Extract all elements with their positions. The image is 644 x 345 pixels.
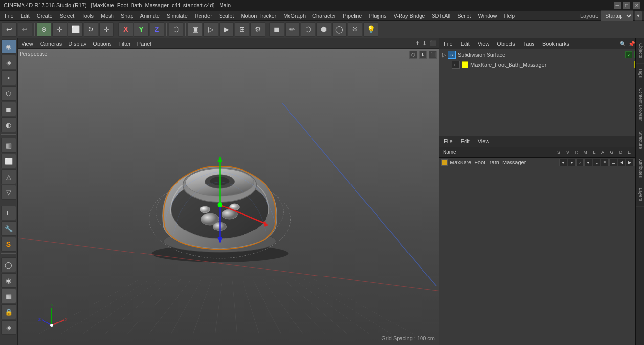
menu-mesh[interactable]: Mesh	[98, 12, 117, 20]
menu-create[interactable]: Create	[34, 12, 56, 20]
viewport-canvas[interactable]: Perspective	[18, 49, 439, 345]
render-view-button[interactable]: ▷	[203, 22, 218, 37]
vp-menu-cameras[interactable]: Cameras	[38, 40, 64, 47]
vp-icon-btn-3[interactable]: ⬛	[429, 51, 437, 59]
menu-simulate[interactable]: Simulate	[164, 12, 191, 20]
fx-button[interactable]: ❊	[348, 22, 362, 37]
obj-menu-edit[interactable]: Edit	[458, 40, 473, 47]
vp-menu-panel[interactable]: Panel	[135, 40, 153, 47]
obj-search-icon[interactable]: 🔍	[620, 41, 626, 47]
menu-character[interactable]: Character	[310, 12, 339, 20]
paintbucket-button[interactable]: 🔧	[1, 221, 16, 236]
menu-3dtoall[interactable]: 3DToAll	[429, 12, 453, 20]
maximize-button[interactable]: □	[623, 2, 630, 9]
tab-tags[interactable]: Tags	[636, 64, 644, 83]
rotate-tool-button[interactable]: ↻	[84, 22, 98, 37]
point-mode-button[interactable]: ▪	[1, 70, 16, 85]
scale-tool-button[interactable]: ⬜	[68, 22, 83, 37]
obj-pin-icon[interactable]: 📌	[628, 41, 635, 47]
brush-button[interactable]: ◯	[1, 257, 16, 272]
move-tool-button[interactable]: ✛	[52, 22, 67, 37]
light-button[interactable]: 💡	[363, 22, 378, 37]
object-axis-button[interactable]: ⬡	[169, 22, 183, 37]
lock-button[interactable]: 🔒	[1, 304, 16, 319]
vp-icon-btn-1[interactable]: ⬡	[409, 51, 417, 59]
tab-objects[interactable]: Objects	[636, 38, 644, 64]
render-settings-button[interactable]: ⚙	[250, 22, 265, 37]
spline-pen[interactable]: ✏	[285, 22, 300, 37]
minimize-button[interactable]: ─	[614, 2, 621, 9]
menu-pipeline[interactable]: Pipeline	[340, 12, 365, 20]
menu-window[interactable]: Window	[475, 12, 500, 20]
vp-menu-options[interactable]: Options	[91, 40, 113, 47]
obj-menu-view[interactable]: View	[475, 40, 492, 47]
menu-vray[interactable]: V-Ray Bridge	[391, 12, 428, 20]
tab-structure[interactable]: Structure	[636, 126, 644, 155]
render-region-button[interactable]: ▣	[188, 22, 202, 37]
render-button[interactable]: ▶	[219, 22, 234, 37]
uvw-button[interactable]: ◐	[1, 117, 16, 132]
model-mode-button[interactable]: ◉	[1, 39, 16, 54]
vp-menu-filter[interactable]: Filter	[116, 40, 132, 47]
obj-flag-v[interactable]: ●	[568, 159, 576, 166]
obj-menu-tags[interactable]: Tags	[520, 40, 537, 47]
scene-objects[interactable]: ◯	[332, 22, 347, 37]
menu-snap[interactable]: Snap	[118, 12, 136, 20]
extra-button[interactable]: ◈	[1, 320, 16, 335]
menu-render[interactable]: Render	[192, 12, 215, 20]
render-to-po-button[interactable]: ⊞	[235, 22, 249, 37]
axis-y-button[interactable]: Y	[134, 22, 149, 37]
workplane-button[interactable]: ⬜	[1, 154, 16, 168]
obj-flag-m[interactable]: ●	[584, 159, 592, 166]
obj-flag-l[interactable]: ‥	[593, 159, 600, 166]
solo-button[interactable]: △	[1, 169, 16, 184]
obj-flag-d[interactable]: ◀	[618, 159, 625, 166]
edge-mode-button[interactable]: ⬡	[1, 86, 16, 101]
undo-button[interactable]: ↩	[2, 22, 17, 37]
obj-menu-bookmarks[interactable]: Bookmarks	[539, 40, 572, 47]
tab-attributes[interactable]: Attributes	[636, 154, 644, 183]
axis-z-button[interactable]: Z	[150, 22, 164, 37]
obj-bottom-menu-edit[interactable]: Edit	[458, 138, 473, 145]
transform-tool-button[interactable]: ✛	[99, 22, 114, 37]
obj-menu-file[interactable]: File	[441, 40, 456, 47]
obj-bottom-menu-file[interactable]: File	[441, 138, 456, 145]
obj-flag-r[interactable]: ○	[576, 159, 584, 166]
primitive-cube[interactable]: ◼	[269, 22, 284, 37]
vp-icon-move[interactable]: ⬆	[415, 40, 420, 46]
lasso-button[interactable]: L	[1, 206, 16, 220]
tree-check-green1[interactable]: ✓	[625, 51, 632, 58]
menu-sculpt[interactable]: Sculpt	[216, 12, 237, 20]
nurbs-button[interactable]: ⬡	[301, 22, 315, 37]
menu-tools[interactable]: Tools	[78, 12, 97, 20]
stamp-button[interactable]: ◉	[1, 273, 16, 288]
select-tool-button[interactable]: ⊕	[37, 22, 51, 37]
layout-dropdown-btn[interactable]: ▼	[634, 11, 642, 21]
obj-menu-objects[interactable]: Objects	[494, 40, 518, 47]
obj-list-row-maxkare[interactable]: MaxKare_Foot_Bath_Massager ● ● ○ ● ‥ ≡ ☰…	[439, 158, 644, 167]
vp-icon-btn-2[interactable]: ⬇	[419, 51, 427, 59]
vp-icon-down[interactable]: ⬇	[422, 40, 427, 46]
obj-flag-e[interactable]: ▶	[626, 159, 634, 166]
tree-item-maxkare[interactable]: □ MaxKare_Foot_Bath_Massager	[440, 60, 643, 69]
vp-menu-display[interactable]: Display	[67, 40, 88, 47]
floor-button[interactable]: ▽	[1, 185, 16, 200]
tree-item-subdivision[interactable]: ▷ S Subdivision Surface ✓ ✓	[440, 50, 643, 60]
layout-select[interactable]: Startup	[601, 10, 633, 21]
obj-flag-g[interactable]: ☰	[609, 159, 617, 166]
tab-layers[interactable]: Layers	[636, 183, 644, 207]
s-button[interactable]: S	[1, 237, 16, 252]
obj-bottom-menu-view[interactable]: View	[475, 138, 492, 145]
menu-animate[interactable]: Animate	[137, 12, 163, 20]
vp-menu-view[interactable]: View	[20, 40, 35, 47]
menu-motion-tracker[interactable]: Motion Tracker	[238, 12, 279, 20]
menu-mograph[interactable]: MoGraph	[280, 12, 309, 20]
menu-file[interactable]: File	[2, 12, 17, 20]
vp-icon-maximize[interactable]: ⬛	[430, 40, 437, 46]
grid-display-button[interactable]: ▦	[1, 289, 16, 303]
obj-flag-s[interactable]: ●	[559, 159, 567, 166]
redo-button[interactable]: ↩	[18, 22, 32, 37]
snap-button[interactable]: ▥	[1, 138, 16, 153]
menu-edit[interactable]: Edit	[18, 12, 33, 20]
menu-select[interactable]: Select	[57, 12, 78, 20]
